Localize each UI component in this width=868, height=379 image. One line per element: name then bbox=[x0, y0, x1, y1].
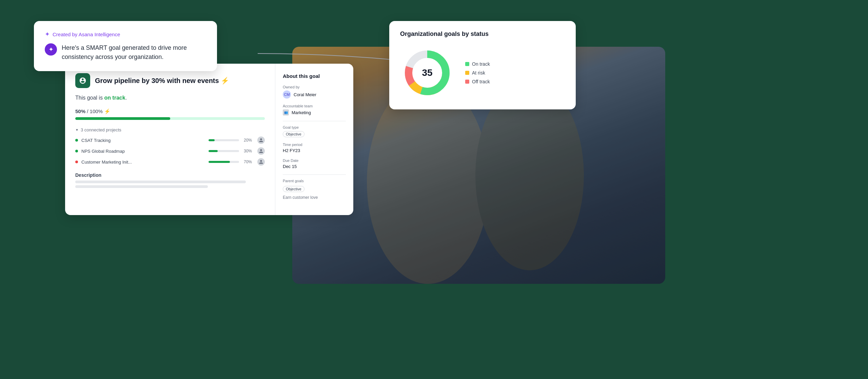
project-pct: 70% bbox=[244, 160, 254, 164]
org-goals-card: Organizational goals by status 35 bbox=[389, 21, 576, 109]
ai-icon: ✦ bbox=[45, 43, 57, 56]
sparkle-icon: ✦ bbox=[45, 30, 50, 38]
goal-right-panel: About this goal Owned by CM Coral Meier … bbox=[275, 64, 353, 215]
team-name: Marketing bbox=[292, 110, 311, 115]
connected-projects-label: 3 connected projects bbox=[81, 127, 121, 132]
description-label: Description bbox=[75, 172, 265, 178]
status-suffix: . bbox=[125, 95, 127, 101]
parent-goal-name: Earn customer love bbox=[283, 195, 318, 200]
team-icons: 👥 bbox=[283, 109, 289, 115]
legend-dot-on-track bbox=[465, 62, 469, 66]
progress-section: 50% / 100% ⚡ bbox=[75, 108, 265, 120]
owned-by-row: CM Coral Meier bbox=[283, 90, 346, 99]
status-prefix: This goal is bbox=[75, 95, 103, 101]
project-bar-fill bbox=[209, 150, 218, 152]
project-avatar bbox=[257, 147, 265, 155]
project-dot bbox=[75, 161, 78, 163]
divider bbox=[283, 174, 346, 175]
goal-title: Grow pipeline by 30% with new events ⚡ bbox=[95, 77, 229, 85]
project-bar-bg bbox=[209, 150, 239, 152]
legend-item-at-risk: At risk bbox=[465, 70, 490, 76]
legend-label-at-risk: At risk bbox=[472, 70, 485, 76]
description-section: Description bbox=[75, 172, 265, 188]
owned-by-block: Owned by CM Coral Meier bbox=[283, 85, 346, 99]
legend-label-off-track: Off track bbox=[472, 79, 490, 84]
ai-tooltip-title: Created by Asana Intelligence bbox=[53, 31, 120, 37]
team-icon: 👥 bbox=[283, 109, 289, 115]
ai-tooltip-header: ✦ Created by Asana Intelligence bbox=[45, 30, 206, 38]
owner-avatar: CM bbox=[283, 90, 291, 99]
ai-tooltip-card: ✦ Created by Asana Intelligence ✦ Here's… bbox=[34, 21, 217, 71]
project-row: NPS Global Roadmap 30% bbox=[75, 147, 265, 155]
ai-tooltip-text: Here's a SMART goal generated to drive m… bbox=[62, 43, 206, 62]
accountable-team-block: Accountable team 👥 Marketing bbox=[283, 104, 346, 115]
project-pct: 20% bbox=[244, 138, 254, 143]
ai-tooltip-body: ✦ Here's a SMART goal generated to drive… bbox=[45, 43, 206, 62]
connected-projects-header[interactable]: ▼ 3 connected projects bbox=[75, 127, 265, 132]
connected-projects: ▼ 3 connected projects CSAT Tracking 20%… bbox=[75, 127, 265, 166]
legend-dot-off-track bbox=[465, 80, 469, 84]
project-avatar bbox=[257, 136, 265, 144]
owner-name: Coral Meier bbox=[294, 92, 316, 97]
project-bar-fill bbox=[209, 139, 215, 141]
time-period-label: Time period bbox=[283, 143, 346, 147]
project-row: CSAT Tracking 20% bbox=[75, 136, 265, 144]
goal-type-label: Goal type bbox=[283, 125, 346, 129]
goal-card: Grow pipeline by 30% with new events ⚡ T… bbox=[65, 64, 353, 215]
project-name: NPS Global Roadmap bbox=[81, 149, 205, 154]
org-goals-title: Organizational goals by status bbox=[400, 30, 565, 38]
legend-dot-at-risk bbox=[465, 71, 469, 75]
divider bbox=[283, 121, 346, 121]
parent-goals-label: Parent goals bbox=[283, 179, 346, 183]
parent-goals-block: Parent goals Objective Earn customer lov… bbox=[283, 179, 346, 200]
project-dot bbox=[75, 139, 78, 142]
time-period-value: H2 FY23 bbox=[283, 148, 346, 153]
due-date-label: Due Date bbox=[283, 159, 346, 163]
goal-left-panel: Grow pipeline by 30% with new events ⚡ T… bbox=[65, 64, 275, 215]
legend: On track At risk Off track bbox=[465, 61, 490, 84]
chevron-icon: ▼ bbox=[75, 128, 79, 132]
progress-label: 50% / 100% ⚡ bbox=[75, 108, 265, 114]
project-pct: 30% bbox=[244, 149, 254, 153]
legend-label-on-track: On track bbox=[472, 61, 490, 67]
project-row: Customer Marketing Init... 70% bbox=[75, 158, 265, 166]
project-name: CSAT Tracking bbox=[81, 138, 205, 143]
due-date-block: Due Date Dec 15 bbox=[283, 159, 346, 169]
goal-header: Grow pipeline by 30% with new events ⚡ bbox=[75, 73, 265, 88]
legend-item-on-track: On track bbox=[465, 61, 490, 67]
accountable-team-label: Accountable team bbox=[283, 104, 346, 108]
goal-type-block: Goal type Objective bbox=[283, 125, 346, 137]
project-dot bbox=[75, 150, 78, 152]
goal-status-line: This goal is on track. bbox=[75, 95, 265, 101]
project-bar-bg bbox=[209, 139, 239, 141]
org-goals-content: 35 On track At risk Off track bbox=[400, 46, 565, 100]
project-bar-bg bbox=[209, 161, 239, 163]
progress-bar-background bbox=[75, 117, 265, 120]
goal-icon bbox=[75, 73, 90, 88]
parent-goal-badge: Objective bbox=[283, 186, 304, 192]
description-lines bbox=[75, 181, 265, 188]
project-name: Customer Marketing Init... bbox=[81, 160, 205, 165]
project-bar-fill bbox=[209, 161, 230, 163]
accountable-team-row: 👥 Marketing bbox=[283, 109, 346, 115]
on-track-badge: on track bbox=[104, 95, 125, 101]
due-date-value: Dec 15 bbox=[283, 164, 346, 169]
project-avatar bbox=[257, 158, 265, 166]
donut-center-number: 35 bbox=[422, 67, 432, 78]
time-period-block: Time period H2 FY23 bbox=[283, 143, 346, 153]
progress-bar-fill bbox=[75, 117, 170, 120]
donut-chart: 35 bbox=[400, 46, 454, 100]
owned-by-label: Owned by bbox=[283, 85, 346, 89]
about-title: About this goal bbox=[283, 73, 346, 79]
svg-point-1 bbox=[367, 81, 489, 284]
goal-type-badge: Objective bbox=[283, 131, 304, 137]
legend-item-off-track: Off track bbox=[465, 79, 490, 84]
